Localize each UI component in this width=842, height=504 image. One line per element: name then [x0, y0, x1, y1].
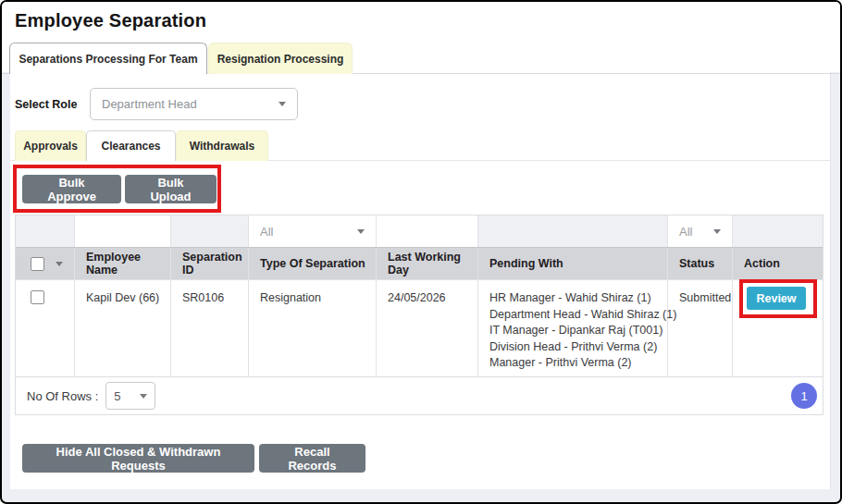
header-last-working-day: Last Working Day: [377, 248, 478, 279]
review-button[interactable]: Review: [747, 287, 806, 310]
role-select-value: Department Head: [102, 97, 279, 111]
separations-table: All All: [15, 215, 823, 377]
header-employee-name: Employee Name: [75, 248, 171, 279]
header-select-all: [16, 248, 75, 279]
rows-per-page-value: 5: [114, 389, 140, 403]
table-footer-bar: No Of Rows : 5 1: [15, 376, 823, 415]
pending-with-entry: Division Head - Prithvi Verma (2): [489, 339, 658, 356]
select-role-label: Select Role: [15, 98, 77, 111]
header-pending-with: Pending With: [478, 248, 668, 279]
rows-per-page-select[interactable]: 5: [105, 382, 155, 410]
tab-resignation-processing[interactable]: Resignation Processing: [208, 43, 353, 74]
chevron-down-icon: [140, 394, 147, 399]
filter-cell-type: All: [249, 215, 377, 247]
rows-per-page-label: No Of Rows :: [27, 389, 98, 403]
header-type-of-separation: Type Of Separation: [249, 248, 377, 279]
recall-records-button[interactable]: Recall Records: [259, 444, 365, 473]
filter-cell-employee-name: [75, 215, 171, 247]
hide-closed-withdrawn-button[interactable]: Hide All Closed & Withdrawn Requests: [22, 444, 254, 473]
chevron-down-icon: [357, 229, 365, 234]
header-status: Status: [668, 248, 733, 279]
row-checkbox[interactable]: [31, 290, 44, 304]
employee-name-filter-input[interactable]: [75, 215, 170, 247]
pending-with-entry: Manager - Prithvi Verma (2): [489, 355, 658, 372]
tab-separations-processing-for-team[interactable]: Separations Processing For Team: [9, 43, 207, 74]
page-title: Employee Separation: [15, 10, 206, 31]
filter-cell-separation-id: [171, 215, 249, 247]
bulk-approve-button[interactable]: Bulk Approve: [22, 175, 121, 203]
filter-cell-last-working-day: [377, 215, 478, 247]
last-working-day-cell: 24/05/2026: [377, 280, 478, 377]
filter-cell-pending-with: [478, 215, 668, 247]
type-of-separation-cell: Resignation: [249, 280, 377, 377]
employee-name-cell: Kapil Dev (66): [75, 280, 171, 377]
header-action: Action: [733, 248, 821, 279]
bulk-upload-button[interactable]: Bulk Upload: [125, 175, 217, 203]
pagination-page-1[interactable]: 1: [791, 383, 817, 409]
table-row: Kapil Dev (66) SR0106 Resignation 24/05/…: [16, 279, 823, 377]
table-header-row: Employee Name Separation ID Type Of Sepa…: [16, 247, 823, 279]
tab-withdrawals[interactable]: Withdrawals: [176, 130, 268, 161]
chevron-down-icon: [713, 229, 721, 234]
last-working-day-filter-input[interactable]: [377, 215, 477, 247]
select-dropdown-icon[interactable]: [56, 262, 63, 266]
status-filter-select[interactable]: All: [668, 215, 732, 247]
separation-id-cell: SR0106: [171, 280, 249, 377]
pending-with-entry: HR Manager - Wahid Shiraz (1): [489, 290, 658, 307]
filter-cell-select: [16, 215, 75, 247]
filter-cell-action: [733, 215, 821, 247]
status-cell: Submitted: [668, 280, 733, 377]
pending-with-entry: IT Manager - Dipankar Raj (T001): [489, 323, 658, 339]
header-separation-id: Separation ID: [171, 248, 249, 279]
status-filter-value: All: [679, 225, 713, 239]
filter-cell-status: All: [668, 215, 733, 247]
tab-clearances[interactable]: Clearances: [86, 130, 176, 161]
type-filter-value: All: [260, 225, 357, 239]
tab-approvals[interactable]: Approvals: [15, 130, 86, 161]
type-of-separation-filter-select[interactable]: All: [249, 215, 376, 247]
table-filter-row: All All: [16, 215, 823, 247]
chevron-down-icon: [279, 102, 286, 106]
role-select[interactable]: Department Head: [90, 88, 298, 120]
app-window: Employee Separation Separations Processi…: [0, 0, 842, 504]
row-select-cell: [16, 280, 75, 377]
pending-with-cell: HR Manager - Wahid Shiraz (1) Department…: [478, 280, 668, 377]
select-all-checkbox[interactable]: [31, 257, 44, 271]
pending-with-entry: Department Head - Wahid Shiraz (1): [489, 307, 658, 324]
